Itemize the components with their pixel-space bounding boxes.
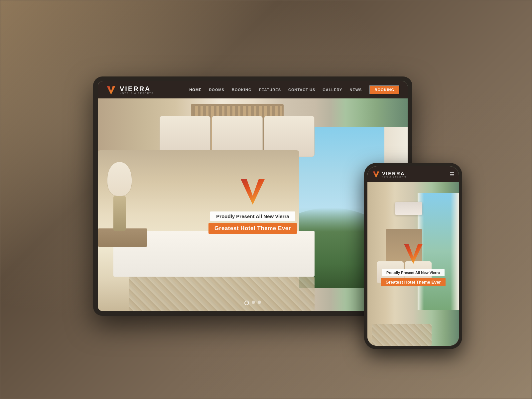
nav-booking[interactable]: BOOKING (232, 88, 252, 92)
slider-dots (244, 301, 261, 305)
mobile-logo-area[interactable]: VIERRA HOTELS & RESORTS (372, 170, 407, 178)
hotel-site: VIERRA HOTELS & RESORTS HOME ROOMS BOOKI… (98, 81, 408, 311)
svg-marker-2 (373, 172, 379, 178)
hero-overlay: Proudly Present All New Vierra Greatest … (98, 81, 408, 311)
logo-text: VIERRA HOTELS & RESORTS (120, 85, 154, 94)
mobile-hero-text-container: Proudly Present All New Vierra Greatest … (381, 269, 445, 286)
mobile-hero-v-logo-icon (402, 242, 425, 265)
tablet-screen: VIERRA HOTELS & RESORTS HOME ROOMS BOOKI… (98, 81, 408, 311)
nav-news[interactable]: NEWS (349, 88, 362, 92)
mobile-logo-v-icon (372, 170, 380, 178)
nav-gallery[interactable]: GALLERY (323, 88, 342, 92)
mobile-device: VIERRA HOTELS & RESORTS ☰ (364, 163, 462, 349)
mobile-hero-title: Greatest Hotel Theme Ever (381, 278, 445, 286)
main-container: VIERRA HOTELS & RESORTS HOME ROOMS BOOKI… (0, 0, 532, 399)
logo-name: VIERRA (120, 85, 154, 92)
mobile-hero-overlay: Proudly Present All New Vierra Greatest … (367, 166, 459, 346)
mobile-logo-sub: HOTELS & RESORTS (382, 176, 407, 178)
logo-sub: HOTELS & RESORTS (120, 92, 154, 94)
svg-marker-0 (107, 86, 115, 95)
nav-home[interactable]: HOME (189, 88, 201, 92)
nav-features[interactable]: FEATURES (259, 88, 281, 92)
slider-dot-1[interactable] (244, 301, 249, 305)
slider-dot-2[interactable] (252, 301, 255, 304)
hero-text-container: Proudly Present All New Vierra Greatest … (208, 211, 297, 234)
slider-dot-3[interactable] (258, 301, 261, 304)
svg-marker-3 (404, 244, 423, 264)
nav-contact[interactable]: CONTACT US (288, 88, 315, 92)
mobile-logo-text: VIERRA HOTELS & RESORTS (382, 171, 407, 178)
mobile-screen: VIERRA HOTELS & RESORTS ☰ (367, 166, 459, 346)
nav-booking-button[interactable]: BOOKING (369, 85, 400, 94)
navbar: VIERRA HOTELS & RESORTS HOME ROOMS BOOKI… (98, 81, 408, 98)
nav-links: HOME ROOMS BOOKING FEATURES CONTACT US G… (189, 85, 400, 94)
hero-v-logo-icon (238, 176, 268, 206)
logo-v-icon (106, 84, 116, 95)
mobile-hero-subtitle: Proudly Present All New Vierra (382, 269, 445, 276)
mobile-logo-name: VIERRA (382, 171, 407, 176)
mobile-navbar: VIERRA HOTELS & RESORTS ☰ (367, 166, 459, 182)
hero-title: Greatest Hotel Theme Ever (208, 223, 297, 234)
mobile-hamburger-icon[interactable]: ☰ (450, 171, 454, 178)
svg-marker-1 (241, 179, 265, 205)
hero-subtitle: Proudly Present All New Vierra (210, 211, 295, 221)
nav-rooms[interactable]: ROOMS (209, 88, 224, 92)
logo-area[interactable]: VIERRA HOTELS & RESORTS (106, 84, 166, 95)
